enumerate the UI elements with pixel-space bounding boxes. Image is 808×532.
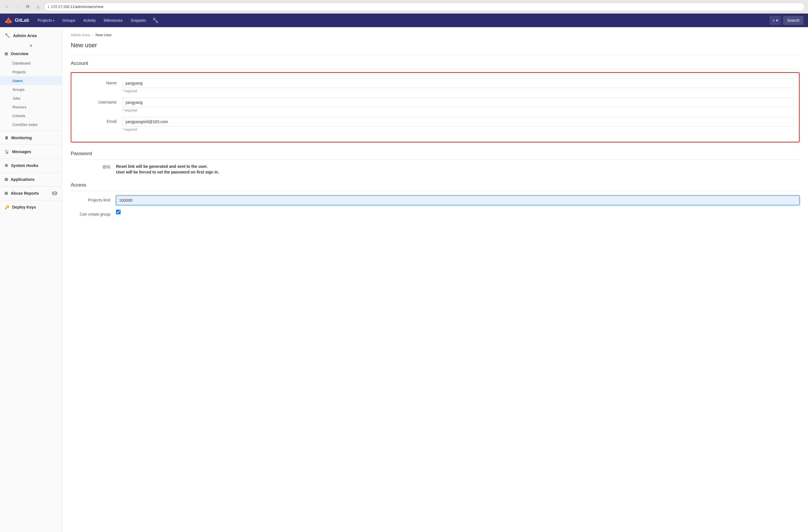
sidebar-item-groups[interactable]: Groups xyxy=(0,85,62,94)
sidebar-item-cohorts[interactable]: Cohorts xyxy=(0,111,62,120)
email-required: * required xyxy=(122,128,793,132)
page-title: New user xyxy=(71,42,800,49)
applications-icon: ⊞ xyxy=(4,177,8,182)
access-section-title: Access xyxy=(71,182,800,191)
sidebar-item-convdev[interactable]: ConvDev Index xyxy=(0,120,62,129)
name-input[interactable] xyxy=(122,78,793,88)
password-info-container: 密码 Reset link will be generated and sent… xyxy=(71,164,800,176)
gitlab-navbar: GitLab Projects ▾ Groups Activity Milest… xyxy=(0,14,808,27)
projects-limit-label: Projects limit xyxy=(71,196,110,202)
access-section: Access Projects limit Can create group xyxy=(71,182,800,217)
email-label: Email xyxy=(77,117,116,124)
username-form-group: Username * required xyxy=(77,98,793,112)
can-create-group-checkbox[interactable] xyxy=(116,210,121,214)
can-create-group-label: Can create group xyxy=(71,210,110,217)
address-bar[interactable]: ℹ 172.17.100.11/admin/users/new xyxy=(44,3,805,11)
username-input[interactable] xyxy=(122,98,793,107)
sidebar-scroll-up: ▲ xyxy=(0,42,62,49)
username-field: * required xyxy=(122,98,793,112)
projects-limit-group: Projects limit xyxy=(71,196,800,205)
nav-milestones[interactable]: Milestones xyxy=(100,14,127,27)
overview-grid-icon: ⊞ xyxy=(4,52,8,56)
nav-snippets[interactable]: Snippets xyxy=(127,14,150,27)
search-button[interactable]: Search xyxy=(783,16,804,25)
breadcrumb-separator: › xyxy=(92,33,93,37)
name-label: Name xyxy=(77,78,116,85)
password-label: 密码 xyxy=(71,164,110,170)
password-section-title: Password xyxy=(71,151,800,160)
main-layout: 🔧 Admin Area ▲ ⊞ Overview Dashboard Proj… xyxy=(0,27,808,532)
hooks-icon: ⚙ xyxy=(4,163,8,168)
password-text: Reset link will be generated and sent to… xyxy=(116,164,219,176)
sidebar-section-monitoring[interactable]: 🖥 Monitoring xyxy=(0,133,62,143)
nav-projects[interactable]: Projects ▾ xyxy=(34,14,59,27)
sidebar-item-dashboard[interactable]: Dashboard xyxy=(0,59,62,68)
password-line2: User will be forced to set the password … xyxy=(116,170,219,174)
email-form-group: Email * required xyxy=(77,117,793,132)
sidebar-divider-3 xyxy=(0,159,62,159)
sidebar: 🔧 Admin Area ▲ ⊞ Overview Dashboard Proj… xyxy=(0,27,62,532)
sidebar-section-messages[interactable]: 📡 Messages xyxy=(0,147,62,157)
name-required: * required xyxy=(122,89,793,93)
username-required: * required xyxy=(122,108,793,112)
browser-bar: ← → ⟳ ⌂ ℹ 172.17.100.11/admin/users/new xyxy=(0,0,808,14)
sidebar-divider-6 xyxy=(0,200,62,200)
account-section: Account Name * required Username * requi… xyxy=(71,60,800,142)
sidebar-section-abuse-reports[interactable]: ⊞ Abuse Reports 0 xyxy=(0,188,62,198)
nav-activity[interactable]: Activity xyxy=(79,14,99,27)
account-section-title: Account xyxy=(71,60,800,69)
wrench-icon[interactable]: 🔧 xyxy=(150,17,161,23)
forward-button[interactable]: → xyxy=(14,3,21,11)
sidebar-section-overview[interactable]: ⊞ Overview xyxy=(0,49,62,59)
projects-limit-input[interactable] xyxy=(116,196,800,205)
gitlab-logo[interactable]: GitLab xyxy=(4,16,29,24)
refresh-button[interactable]: ⟳ xyxy=(24,3,32,11)
projects-chevron-icon: ▾ xyxy=(53,19,54,22)
monitoring-icon: 🖥 xyxy=(4,135,8,140)
info-icon: ℹ xyxy=(48,5,49,9)
nav-right: + ▾ Search xyxy=(770,16,804,25)
sidebar-item-runners[interactable]: Runners xyxy=(0,103,62,111)
account-box: Name * required Username * required xyxy=(71,72,800,142)
sidebar-section-applications[interactable]: ⊞ Applications xyxy=(0,174,62,184)
email-input[interactable] xyxy=(122,117,793,127)
home-button[interactable]: ⌂ xyxy=(34,3,42,11)
back-button[interactable]: ← xyxy=(3,3,11,11)
plus-icon: + xyxy=(772,18,775,23)
plus-chevron-icon: ▾ xyxy=(776,18,778,23)
sidebar-divider-5 xyxy=(0,186,62,186)
sidebar-section-deploy-keys[interactable]: 🔑 Deploy Keys xyxy=(0,202,62,212)
sidebar-item-projects[interactable]: Projects xyxy=(0,68,62,76)
abuse-icon: ⊞ xyxy=(4,191,8,196)
sidebar-header: 🔧 Admin Area xyxy=(0,30,62,42)
name-form-group: Name * required xyxy=(77,78,793,93)
gitlab-logo-icon xyxy=(4,16,13,24)
name-field: * required xyxy=(122,78,793,93)
breadcrumb-current: New User xyxy=(96,33,112,37)
sidebar-divider-2 xyxy=(0,145,62,145)
nav-groups[interactable]: Groups xyxy=(58,14,79,27)
content-area: Admin Area › New User New user Account N… xyxy=(62,27,808,532)
can-create-group-field xyxy=(116,210,800,215)
wrench-sidebar-icon: 🔧 xyxy=(4,33,10,38)
sidebar-section-system-hooks[interactable]: ⚙ System Hooks xyxy=(0,161,62,171)
new-item-button[interactable]: + ▾ xyxy=(770,16,781,25)
password-info: 密码 Reset link will be generated and sent… xyxy=(71,164,800,176)
password-line1: Reset link will be generated and sent to… xyxy=(116,164,219,169)
sidebar-item-jobs[interactable]: Jobs xyxy=(0,94,62,103)
url-text: 172.17.100.11/admin/users/new xyxy=(51,4,103,9)
sidebar-item-users[interactable]: Users xyxy=(0,76,62,85)
email-field: * required xyxy=(122,117,793,132)
sidebar-divider-1 xyxy=(0,131,62,131)
abuse-reports-badge: 0 xyxy=(52,191,57,195)
breadcrumb: Admin Area › New User xyxy=(71,33,800,37)
title-separator xyxy=(71,55,800,55)
deploy-keys-icon: 🔑 xyxy=(4,205,10,209)
can-create-group-group: Can create group xyxy=(71,210,800,217)
gitlab-logo-text: GitLab xyxy=(15,18,29,23)
password-section: Password 密码 Reset link will be generated… xyxy=(71,151,800,176)
username-label: Username xyxy=(77,98,116,105)
messages-icon: 📡 xyxy=(4,149,10,154)
breadcrumb-admin-link[interactable]: Admin Area xyxy=(71,33,90,37)
projects-limit-field xyxy=(116,196,800,205)
